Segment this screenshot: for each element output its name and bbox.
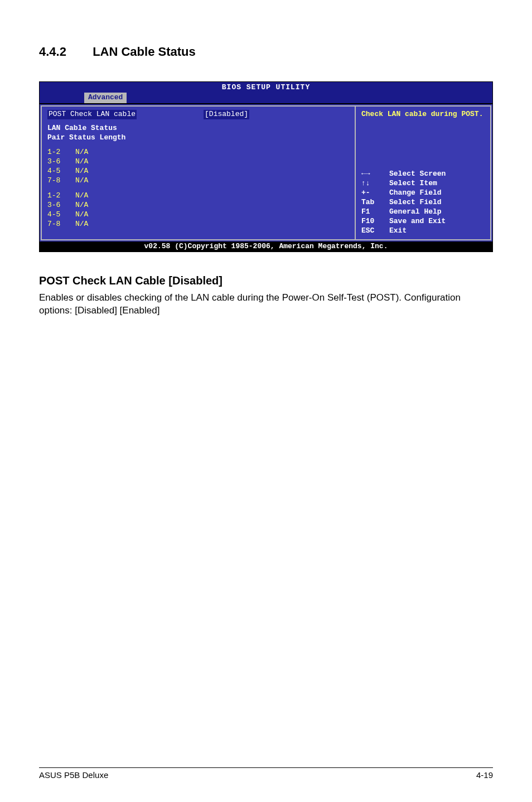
bios-footer: v02.58 (C)Copyright 1985-2006, American … <box>40 241 492 252</box>
key-row: F10Save and Exit <box>361 217 485 226</box>
table-row: 4-5N/A <box>47 167 349 176</box>
bios-title: BIOS SETUP UTILITY <box>222 83 310 93</box>
arrows-lr-icon: ←→ <box>361 170 389 179</box>
footer-left: ASUS P5B Deluxe <box>39 770 108 780</box>
section-heading: 4.4.2 LAN Cable Status <box>39 45 493 59</box>
table-row: 7-8N/A <box>47 220 349 229</box>
body-paragraph: Enables or disables checking of the LAN … <box>39 292 493 317</box>
bios-tab-advanced: Advanced <box>84 93 127 103</box>
bios-key-legend: ←→Select Screen ↑↓Select Item +-Change F… <box>361 170 485 235</box>
bios-block2: 1-2N/A 3-6N/A 4-5N/A 7-8N/A <box>47 191 349 229</box>
section-number: 4.4.2 <box>39 45 89 59</box>
table-row: 3-6N/A <box>47 201 349 210</box>
table-row: 1-2N/A <box>47 148 349 157</box>
table-row: 7-8N/A <box>47 176 349 186</box>
bios-right-pane: Check LAN cable during POST. ←→Select Sc… <box>355 105 491 240</box>
bios-columns: Pair Status Length <box>47 133 349 143</box>
arrows-ud-icon: ↑↓ <box>361 179 389 189</box>
table-row: 3-6N/A <box>47 157 349 167</box>
bios-field-value: [Disabled] <box>204 110 249 119</box>
key-row: F1General Help <box>361 207 485 217</box>
section-title: LAN Cable Status <box>93 45 196 59</box>
bios-help-text: Check LAN cable during POST. <box>361 110 485 119</box>
key-row: TabSelect Field <box>361 198 485 207</box>
key-row: +-Change Field <box>361 189 485 198</box>
bios-status-header: LAN Cable Status <box>47 124 349 133</box>
bios-screenshot: BIOS SETUP UTILITY Advanced POST Check L… <box>39 81 493 252</box>
table-row: 4-5N/A <box>47 210 349 220</box>
key-row: ←→Select Screen <box>361 170 485 179</box>
subsection-heading: POST Check LAN Cable [Disabled] <box>39 274 493 287</box>
bios-header: BIOS SETUP UTILITY Advanced <box>40 82 492 103</box>
bios-block1: 1-2N/A 3-6N/A 4-5N/A 7-8N/A <box>47 148 349 186</box>
table-row: 1-2N/A <box>47 191 349 201</box>
page-footer: ASUS P5B Deluxe 4-19 <box>39 767 493 780</box>
bios-left-pane: POST Check LAN cable [Disabled] LAN Cabl… <box>41 105 355 240</box>
bios-field-label: POST Check LAN cable <box>47 110 137 119</box>
footer-right: 4-19 <box>476 770 493 780</box>
bios-field-row: POST Check LAN cable [Disabled] <box>47 110 349 119</box>
key-row: ESCExit <box>361 226 485 236</box>
key-row: ↑↓Select Item <box>361 179 485 189</box>
